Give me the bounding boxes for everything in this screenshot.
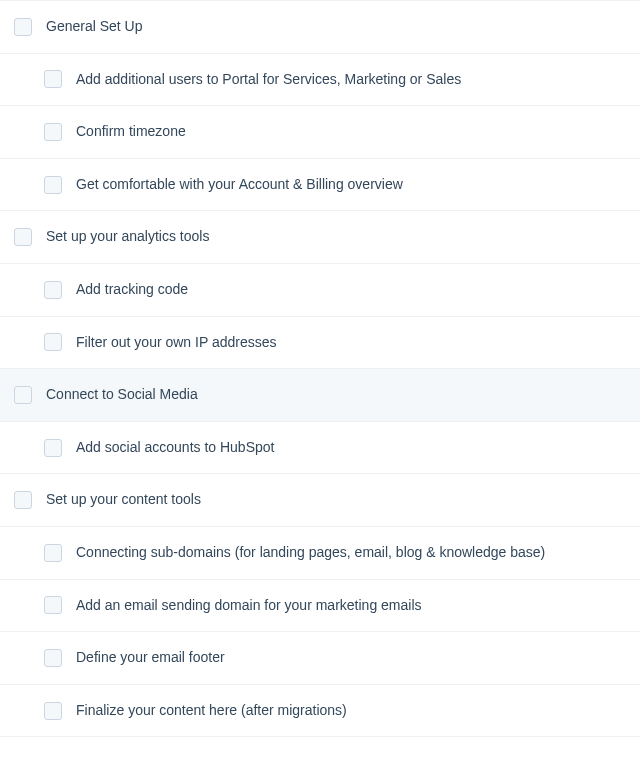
item-add-users[interactable]: Add additional users to Portal for Servi… xyxy=(0,53,640,106)
item-label: Get comfortable with your Account & Bill… xyxy=(76,175,403,195)
section-label: General Set Up xyxy=(46,17,143,37)
item-email-footer[interactable]: Define your email footer xyxy=(0,631,640,684)
checkbox-icon[interactable] xyxy=(14,228,32,246)
item-account-billing[interactable]: Get comfortable with your Account & Bill… xyxy=(0,158,640,211)
checklist: General Set Up Add additional users to P… xyxy=(0,0,640,737)
item-filter-ip[interactable]: Filter out your own IP addresses xyxy=(0,316,640,369)
item-finalize-content[interactable]: Finalize your content here (after migrat… xyxy=(0,684,640,737)
section-label: Set up your content tools xyxy=(46,490,201,510)
item-label: Filter out your own IP addresses xyxy=(76,333,277,353)
item-label: Connecting sub-domains (for landing page… xyxy=(76,543,545,563)
item-subdomains[interactable]: Connecting sub-domains (for landing page… xyxy=(0,526,640,579)
checkbox-icon[interactable] xyxy=(44,544,62,562)
section-social[interactable]: Connect to Social Media xyxy=(0,368,640,421)
checkbox-icon[interactable] xyxy=(44,176,62,194)
checkbox-icon[interactable] xyxy=(14,386,32,404)
item-email-domain[interactable]: Add an email sending domain for your mar… xyxy=(0,579,640,632)
checkbox-icon[interactable] xyxy=(14,18,32,36)
checkbox-icon[interactable] xyxy=(44,649,62,667)
item-add-social[interactable]: Add social accounts to HubSpot xyxy=(0,421,640,474)
section-content[interactable]: Set up your content tools xyxy=(0,473,640,526)
section-label: Connect to Social Media xyxy=(46,385,198,405)
item-label: Add social accounts to HubSpot xyxy=(76,438,274,458)
section-label: Set up your analytics tools xyxy=(46,227,209,247)
item-label: Add tracking code xyxy=(76,280,188,300)
item-tracking-code[interactable]: Add tracking code xyxy=(0,263,640,316)
item-label: Define your email footer xyxy=(76,648,225,668)
divider xyxy=(0,736,640,737)
checkbox-icon[interactable] xyxy=(44,123,62,141)
item-label: Add additional users to Portal for Servi… xyxy=(76,70,461,90)
item-label: Finalize your content here (after migrat… xyxy=(76,701,347,721)
section-analytics[interactable]: Set up your analytics tools xyxy=(0,210,640,263)
checkbox-icon[interactable] xyxy=(44,281,62,299)
section-general[interactable]: General Set Up xyxy=(0,0,640,53)
checkbox-icon[interactable] xyxy=(44,596,62,614)
item-confirm-timezone[interactable]: Confirm timezone xyxy=(0,105,640,158)
checkbox-icon[interactable] xyxy=(44,333,62,351)
checkbox-icon[interactable] xyxy=(14,491,32,509)
checkbox-icon[interactable] xyxy=(44,70,62,88)
item-label: Confirm timezone xyxy=(76,122,186,142)
checkbox-icon[interactable] xyxy=(44,439,62,457)
item-label: Add an email sending domain for your mar… xyxy=(76,596,422,616)
checkbox-icon[interactable] xyxy=(44,702,62,720)
